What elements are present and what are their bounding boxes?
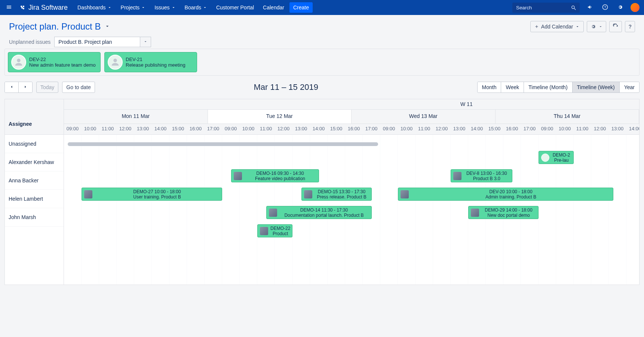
hour-header: 10:00 xyxy=(556,124,574,134)
calendar-dropdown-icon[interactable] xyxy=(104,23,110,30)
add-calendar-button[interactable]: Add Calendar xyxy=(530,21,584,32)
day-header: Tue 12 Mar xyxy=(208,110,352,124)
create-button[interactable]: Create xyxy=(289,2,313,13)
date-range-label: Mar 11 – 15 2019 xyxy=(254,82,318,92)
calendar-event[interactable]: DEV-20 10:00 - 18:00Admin training. Prod… xyxy=(398,188,613,201)
calendar-event[interactable]: DEMO-15 13:30 - 17:30Press release. Prod… xyxy=(301,188,372,201)
hour-header: 10:00 xyxy=(82,124,99,134)
view-month[interactable]: Month xyxy=(478,82,502,92)
jira-logo[interactable]: Jira Software xyxy=(19,4,68,12)
event-avatar xyxy=(84,190,92,198)
refresh-button[interactable] xyxy=(609,21,622,32)
app-switcher-icon[interactable] xyxy=(4,3,13,13)
assignee-row: John Marsh xyxy=(5,208,64,227)
hour-header: 13:00 xyxy=(451,124,468,134)
assignee-row: Alexander Kershaw xyxy=(5,153,64,171)
event-avatar xyxy=(304,190,312,198)
hour-header: 17:00 xyxy=(521,124,539,134)
main-nav: Dashboards Projects Issues Boards Custom… xyxy=(74,2,506,13)
hour-header: 12:00 xyxy=(117,124,134,134)
nav-dashboards[interactable]: Dashboards xyxy=(74,2,116,13)
help-button[interactable]: ? xyxy=(625,21,635,32)
search-icon[interactable] xyxy=(571,5,577,12)
prev-button[interactable] xyxy=(5,82,19,92)
timeline: Assignee W 11 Mon 11 MarTue 12 MarWed 13… xyxy=(4,99,640,285)
view-timeline-week[interactable]: Timeline (Week) xyxy=(573,82,620,92)
user-avatar[interactable] xyxy=(631,3,640,12)
day-header: Thu 14 Mar xyxy=(496,110,640,124)
assignee-row: Anna Backer xyxy=(5,171,64,190)
calendar-event[interactable]: DEV-8 13:00 - 16:30Product B 3.0 xyxy=(451,169,512,182)
calendar-event[interactable]: DEMO-16 09:30 - 14:30Feature video publi… xyxy=(231,169,319,182)
hour-header: 17:00 xyxy=(205,124,222,134)
nav-customer-portal[interactable]: Customer Portal xyxy=(212,2,258,13)
calendar-toolbar: Today Go to date Mar 11 – 15 2019 Month … xyxy=(4,82,640,93)
hour-header: 14:00 xyxy=(626,124,639,134)
next-button[interactable] xyxy=(19,82,32,92)
hour-header: 09:00 xyxy=(222,124,240,134)
svg-text:?: ? xyxy=(604,5,606,9)
calendar-event[interactable]: DEMO-22 Product xyxy=(257,224,292,237)
hour-header: 13:00 xyxy=(134,124,152,134)
event-avatar xyxy=(541,154,549,162)
assignee-column-header: Assignee xyxy=(5,99,64,135)
search-wrap xyxy=(512,3,580,13)
unplanned-issues-label[interactable]: Unplanned issues xyxy=(9,39,50,45)
unplanned-panel: DEV-22New admin feature team demo DEV-21… xyxy=(4,49,640,76)
filter-row: Unplanned issues Product B. Project plan xyxy=(9,37,635,47)
calendar-source-dropdown-icon[interactable] xyxy=(140,37,151,47)
calendar-event[interactable]: DEMO-27 10:00 - 18:00User training. Prod… xyxy=(82,188,222,201)
day-header: Wed 13 Mar xyxy=(352,110,496,124)
help-icon[interactable]: ? xyxy=(601,3,610,13)
search-input[interactable] xyxy=(512,3,580,13)
event-avatar xyxy=(471,209,479,217)
avatar-placeholder-icon xyxy=(11,55,26,70)
svg-point-2 xyxy=(17,59,20,62)
unplanned-issue-card[interactable]: DEV-21Release publishing meeting xyxy=(104,52,197,72)
hour-header: 15:00 xyxy=(169,124,187,134)
hour-header: 16:00 xyxy=(503,124,521,134)
horizontal-scrollbar[interactable] xyxy=(68,142,378,146)
event-avatar xyxy=(453,172,461,180)
hour-header: 12:00 xyxy=(275,124,292,134)
hour-header: 12:00 xyxy=(433,124,451,134)
view-switcher: Month Week Timeline (Month) Timeline (We… xyxy=(477,82,640,93)
hour-header: 16:00 xyxy=(187,124,205,134)
view-year[interactable]: Year xyxy=(620,82,639,92)
goto-date-button[interactable]: Go to date xyxy=(62,82,95,93)
nav-projects[interactable]: Projects xyxy=(117,2,150,13)
nav-calendar[interactable]: Calendar xyxy=(259,2,288,13)
hour-header: 13:00 xyxy=(292,124,310,134)
hour-header: 11:00 xyxy=(257,124,275,134)
svg-point-3 xyxy=(113,59,117,62)
settings-icon[interactable] xyxy=(616,3,625,13)
page-header: Project plan. Product B Add Calendar ? xyxy=(9,21,635,32)
feedback-icon[interactable] xyxy=(586,3,595,13)
nav-boards[interactable]: Boards xyxy=(181,2,211,13)
week-label: W 11 xyxy=(64,99,639,110)
hour-header: 10:00 xyxy=(398,124,415,134)
hour-header: 11:00 xyxy=(574,124,591,134)
unplanned-issue-card[interactable]: DEV-22New admin feature team demo xyxy=(8,52,101,72)
event-avatar xyxy=(401,190,409,198)
event-avatar xyxy=(260,227,268,235)
assignee-row: Helen Lambert xyxy=(5,190,64,208)
calendar-event[interactable]: DEMO-14 11:30 - 17:30Documentation porta… xyxy=(266,206,372,219)
event-avatar xyxy=(269,209,277,217)
day-header: Mon 11 Mar xyxy=(64,110,208,124)
hour-header: 11:00 xyxy=(99,124,117,134)
calendar-event[interactable]: DEMO-2 Pre-lau xyxy=(539,151,574,164)
hour-header: 15:00 xyxy=(486,124,503,134)
view-week[interactable]: Week xyxy=(501,82,524,92)
hour-header: 09:00 xyxy=(380,124,398,134)
settings-button[interactable] xyxy=(587,21,606,32)
hour-header: 09:00 xyxy=(539,124,556,134)
calendar-source-select[interactable]: Product B. Project plan xyxy=(54,37,140,47)
hour-header: 17:00 xyxy=(363,124,380,134)
nav-issues[interactable]: Issues xyxy=(151,2,179,13)
assignee-row: Unassigned xyxy=(5,135,64,153)
today-button[interactable]: Today xyxy=(36,82,58,93)
calendar-event[interactable]: DEMO-29 14:00 - 18:00New doc portal demo xyxy=(468,206,539,219)
view-timeline-month[interactable]: Timeline (Month) xyxy=(524,82,573,92)
page-title: Project plan. Product B xyxy=(9,21,101,32)
